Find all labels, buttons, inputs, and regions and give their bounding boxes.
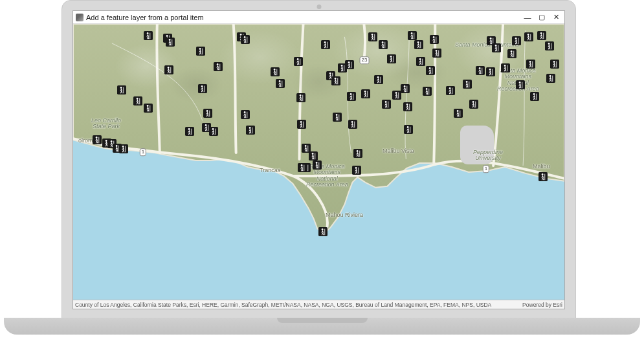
trailhead-marker[interactable] bbox=[185, 127, 194, 136]
trailhead-marker[interactable] bbox=[379, 40, 388, 49]
trailhead-marker[interactable] bbox=[537, 31, 546, 40]
trailhead-marker[interactable] bbox=[430, 35, 439, 44]
trailhead-marker[interactable] bbox=[550, 60, 559, 69]
trailhead-marker[interactable] bbox=[203, 109, 212, 118]
app-window: Add a feature layer from a portal item —… bbox=[72, 10, 565, 309]
trailhead-marker[interactable] bbox=[382, 100, 391, 109]
laptop-frame: Add a feature layer from a portal item —… bbox=[0, 0, 644, 354]
trailhead-marker[interactable] bbox=[297, 120, 306, 129]
trailhead-marker[interactable] bbox=[196, 47, 205, 56]
trailhead-marker[interactable] bbox=[432, 49, 441, 58]
trailhead-marker[interactable] bbox=[374, 75, 383, 84]
trailhead-marker[interactable] bbox=[296, 93, 305, 102]
trailhead-marker[interactable] bbox=[246, 126, 255, 135]
trailhead-marker[interactable] bbox=[119, 144, 128, 153]
trailhead-marker[interactable] bbox=[93, 135, 102, 144]
trailhead-marker[interactable] bbox=[241, 110, 250, 119]
trailhead-marker[interactable] bbox=[539, 172, 548, 181]
trailhead-marker[interactable] bbox=[294, 57, 303, 66]
trailhead-marker[interactable] bbox=[361, 89, 370, 98]
trailhead-marker[interactable] bbox=[416, 57, 425, 66]
map-view[interactable]: Santa Monica MountainsSanta Monica Mount… bbox=[73, 24, 564, 300]
trailhead-marker[interactable] bbox=[546, 74, 555, 83]
trailhead-marker[interactable] bbox=[492, 43, 501, 52]
trailhead-marker[interactable] bbox=[313, 160, 322, 170]
trailhead-marker[interactable] bbox=[454, 109, 463, 118]
trailhead-marker[interactable] bbox=[368, 32, 377, 41]
trailhead-marker[interactable] bbox=[414, 40, 423, 49]
window-title: Add a feature layer from a portal item bbox=[86, 14, 520, 21]
trailhead-marker[interactable] bbox=[408, 31, 417, 40]
minimize-button[interactable]: — bbox=[520, 14, 535, 21]
trailhead-marker[interactable] bbox=[209, 127, 218, 136]
trailhead-marker[interactable] bbox=[392, 91, 401, 100]
trailhead-marker[interactable] bbox=[516, 80, 525, 89]
trailhead-marker[interactable] bbox=[318, 227, 328, 236]
trailhead-marker[interactable] bbox=[144, 104, 153, 113]
trailhead-marker[interactable] bbox=[403, 102, 412, 111]
trailhead-marker[interactable] bbox=[530, 92, 539, 101]
trailhead-marker[interactable] bbox=[469, 100, 478, 109]
trailhead-marker[interactable] bbox=[426, 66, 435, 75]
laptop-base bbox=[4, 318, 640, 335]
trailhead-marker[interactable] bbox=[198, 84, 207, 93]
trailhead-marker[interactable] bbox=[144, 31, 153, 40]
trailhead-marker[interactable] bbox=[298, 163, 307, 172]
attribution-powered: Powered by Esri bbox=[522, 302, 562, 308]
attribution-bar: County of Los Angeles, California State … bbox=[73, 300, 564, 309]
trailhead-marker[interactable] bbox=[446, 86, 455, 95]
trailhead-marker[interactable] bbox=[526, 60, 535, 69]
trailhead-marker[interactable] bbox=[501, 63, 510, 72]
trailhead-marker[interactable] bbox=[524, 32, 533, 41]
trailhead-marker[interactable] bbox=[331, 76, 340, 85]
trailhead-marker[interactable] bbox=[387, 54, 396, 63]
trailhead-marker[interactable] bbox=[166, 38, 175, 47]
trailhead-marker[interactable] bbox=[117, 85, 126, 94]
trailhead-marker[interactable] bbox=[164, 65, 173, 74]
trailhead-marker[interactable] bbox=[309, 151, 318, 160]
trailhead-marker[interactable] bbox=[463, 80, 472, 89]
app-icon bbox=[76, 14, 83, 21]
trailhead-marker[interactable] bbox=[345, 60, 354, 69]
trailhead-marker[interactable] bbox=[352, 166, 361, 175]
trailhead-marker[interactable] bbox=[507, 49, 516, 58]
attribution-text: County of Los Angeles, California State … bbox=[75, 302, 522, 308]
trailhead-marker[interactable] bbox=[133, 96, 142, 105]
trailhead-marker[interactable] bbox=[476, 66, 485, 75]
trailhead-marker[interactable] bbox=[276, 79, 285, 88]
trailhead-marker[interactable] bbox=[545, 41, 554, 50]
trailhead-marker[interactable] bbox=[512, 36, 521, 45]
close-button[interactable]: ✕ bbox=[549, 13, 563, 21]
trailhead-marker[interactable] bbox=[321, 40, 330, 49]
trailhead-marker[interactable] bbox=[241, 35, 250, 44]
trailhead-marker[interactable] bbox=[333, 113, 342, 122]
trailhead-marker[interactable] bbox=[214, 62, 223, 71]
titlebar[interactable]: Add a feature layer from a portal item —… bbox=[73, 11, 564, 24]
trailhead-marker[interactable] bbox=[271, 67, 280, 76]
maximize-button[interactable]: ▢ bbox=[535, 13, 549, 21]
trailhead-marker[interactable] bbox=[423, 87, 432, 96]
trailhead-marker[interactable] bbox=[486, 67, 495, 76]
trailhead-marker[interactable] bbox=[404, 125, 413, 134]
trailhead-marker[interactable] bbox=[401, 84, 410, 93]
trailhead-marker[interactable] bbox=[353, 149, 362, 158]
trailhead-marker[interactable] bbox=[348, 120, 357, 129]
trailhead-marker[interactable] bbox=[347, 92, 356, 101]
